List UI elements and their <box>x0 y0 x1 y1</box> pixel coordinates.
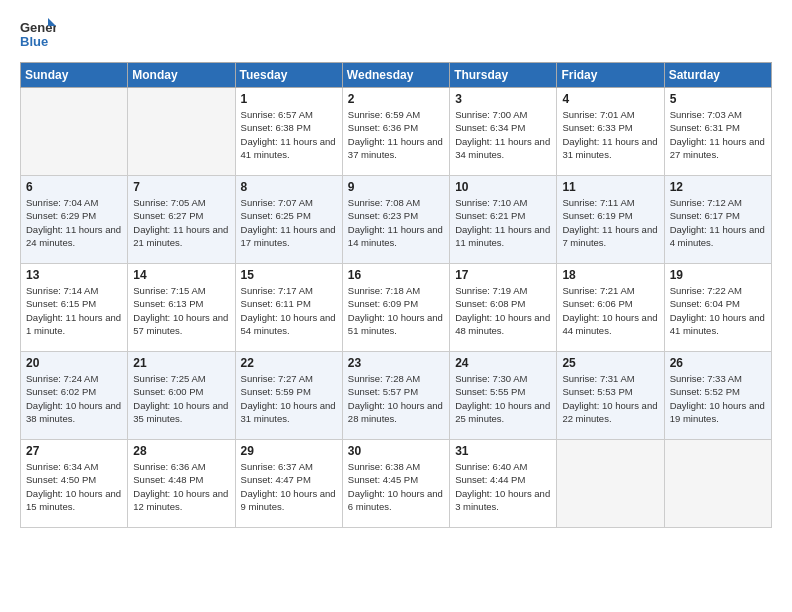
day-number: 8 <box>241 180 337 194</box>
day-number: 21 <box>133 356 229 370</box>
day-info: Sunrise: 7:03 AM Sunset: 6:31 PM Dayligh… <box>670 108 766 161</box>
day-info: Sunrise: 7:10 AM Sunset: 6:21 PM Dayligh… <box>455 196 551 249</box>
day-info: Sunrise: 7:27 AM Sunset: 5:59 PM Dayligh… <box>241 372 337 425</box>
calendar-cell: 23Sunrise: 7:28 AM Sunset: 5:57 PM Dayli… <box>342 352 449 440</box>
logo: General Blue <box>20 16 56 52</box>
calendar-cell: 19Sunrise: 7:22 AM Sunset: 6:04 PM Dayli… <box>664 264 771 352</box>
calendar-cell: 10Sunrise: 7:10 AM Sunset: 6:21 PM Dayli… <box>450 176 557 264</box>
day-number: 27 <box>26 444 122 458</box>
day-info: Sunrise: 6:59 AM Sunset: 6:36 PM Dayligh… <box>348 108 444 161</box>
calendar-cell <box>557 440 664 528</box>
day-number: 26 <box>670 356 766 370</box>
day-number: 6 <box>26 180 122 194</box>
calendar-cell: 1Sunrise: 6:57 AM Sunset: 6:38 PM Daylig… <box>235 88 342 176</box>
day-number: 18 <box>562 268 658 282</box>
calendar-cell: 27Sunrise: 6:34 AM Sunset: 4:50 PM Dayli… <box>21 440 128 528</box>
weekday-header-monday: Monday <box>128 63 235 88</box>
day-number: 31 <box>455 444 551 458</box>
day-info: Sunrise: 7:18 AM Sunset: 6:09 PM Dayligh… <box>348 284 444 337</box>
calendar-cell: 17Sunrise: 7:19 AM Sunset: 6:08 PM Dayli… <box>450 264 557 352</box>
calendar-cell: 11Sunrise: 7:11 AM Sunset: 6:19 PM Dayli… <box>557 176 664 264</box>
day-info: Sunrise: 6:37 AM Sunset: 4:47 PM Dayligh… <box>241 460 337 513</box>
calendar-cell: 18Sunrise: 7:21 AM Sunset: 6:06 PM Dayli… <box>557 264 664 352</box>
calendar-cell: 9Sunrise: 7:08 AM Sunset: 6:23 PM Daylig… <box>342 176 449 264</box>
day-info: Sunrise: 6:34 AM Sunset: 4:50 PM Dayligh… <box>26 460 122 513</box>
day-info: Sunrise: 7:19 AM Sunset: 6:08 PM Dayligh… <box>455 284 551 337</box>
day-info: Sunrise: 6:38 AM Sunset: 4:45 PM Dayligh… <box>348 460 444 513</box>
day-number: 25 <box>562 356 658 370</box>
calendar-cell: 4Sunrise: 7:01 AM Sunset: 6:33 PM Daylig… <box>557 88 664 176</box>
day-number: 9 <box>348 180 444 194</box>
svg-text:Blue: Blue <box>20 34 48 49</box>
day-info: Sunrise: 7:25 AM Sunset: 6:00 PM Dayligh… <box>133 372 229 425</box>
day-number: 2 <box>348 92 444 106</box>
day-number: 10 <box>455 180 551 194</box>
calendar-cell: 5Sunrise: 7:03 AM Sunset: 6:31 PM Daylig… <box>664 88 771 176</box>
calendar-cell: 3Sunrise: 7:00 AM Sunset: 6:34 PM Daylig… <box>450 88 557 176</box>
weekday-header-friday: Friday <box>557 63 664 88</box>
calendar-cell: 28Sunrise: 6:36 AM Sunset: 4:48 PM Dayli… <box>128 440 235 528</box>
calendar-cell: 14Sunrise: 7:15 AM Sunset: 6:13 PM Dayli… <box>128 264 235 352</box>
day-number: 12 <box>670 180 766 194</box>
weekday-header-wednesday: Wednesday <box>342 63 449 88</box>
day-number: 28 <box>133 444 229 458</box>
calendar-cell: 29Sunrise: 6:37 AM Sunset: 4:47 PM Dayli… <box>235 440 342 528</box>
calendar-cell: 13Sunrise: 7:14 AM Sunset: 6:15 PM Dayli… <box>21 264 128 352</box>
calendar-cell: 7Sunrise: 7:05 AM Sunset: 6:27 PM Daylig… <box>128 176 235 264</box>
day-info: Sunrise: 7:21 AM Sunset: 6:06 PM Dayligh… <box>562 284 658 337</box>
day-number: 14 <box>133 268 229 282</box>
day-info: Sunrise: 7:22 AM Sunset: 6:04 PM Dayligh… <box>670 284 766 337</box>
weekday-header-saturday: Saturday <box>664 63 771 88</box>
day-info: Sunrise: 7:05 AM Sunset: 6:27 PM Dayligh… <box>133 196 229 249</box>
calendar-cell: 31Sunrise: 6:40 AM Sunset: 4:44 PM Dayli… <box>450 440 557 528</box>
day-number: 19 <box>670 268 766 282</box>
day-number: 15 <box>241 268 337 282</box>
calendar-cell: 26Sunrise: 7:33 AM Sunset: 5:52 PM Dayli… <box>664 352 771 440</box>
calendar-cell: 30Sunrise: 6:38 AM Sunset: 4:45 PM Dayli… <box>342 440 449 528</box>
day-info: Sunrise: 7:24 AM Sunset: 6:02 PM Dayligh… <box>26 372 122 425</box>
calendar-cell: 21Sunrise: 7:25 AM Sunset: 6:00 PM Dayli… <box>128 352 235 440</box>
header: General Blue <box>20 16 772 52</box>
page: General Blue SundayMondayTuesdayWednesda… <box>0 0 792 612</box>
day-number: 1 <box>241 92 337 106</box>
day-info: Sunrise: 7:33 AM Sunset: 5:52 PM Dayligh… <box>670 372 766 425</box>
day-info: Sunrise: 6:40 AM Sunset: 4:44 PM Dayligh… <box>455 460 551 513</box>
day-number: 24 <box>455 356 551 370</box>
day-number: 11 <box>562 180 658 194</box>
day-info: Sunrise: 7:00 AM Sunset: 6:34 PM Dayligh… <box>455 108 551 161</box>
day-info: Sunrise: 6:36 AM Sunset: 4:48 PM Dayligh… <box>133 460 229 513</box>
day-info: Sunrise: 7:30 AM Sunset: 5:55 PM Dayligh… <box>455 372 551 425</box>
day-info: Sunrise: 7:17 AM Sunset: 6:11 PM Dayligh… <box>241 284 337 337</box>
generalblue-logo-icon: General Blue <box>20 16 56 52</box>
weekday-header-thursday: Thursday <box>450 63 557 88</box>
day-info: Sunrise: 7:08 AM Sunset: 6:23 PM Dayligh… <box>348 196 444 249</box>
day-info: Sunrise: 7:15 AM Sunset: 6:13 PM Dayligh… <box>133 284 229 337</box>
weekday-header-sunday: Sunday <box>21 63 128 88</box>
day-number: 22 <box>241 356 337 370</box>
day-info: Sunrise: 7:12 AM Sunset: 6:17 PM Dayligh… <box>670 196 766 249</box>
calendar-cell: 24Sunrise: 7:30 AM Sunset: 5:55 PM Dayli… <box>450 352 557 440</box>
day-info: Sunrise: 7:04 AM Sunset: 6:29 PM Dayligh… <box>26 196 122 249</box>
day-info: Sunrise: 7:11 AM Sunset: 6:19 PM Dayligh… <box>562 196 658 249</box>
day-info: Sunrise: 6:57 AM Sunset: 6:38 PM Dayligh… <box>241 108 337 161</box>
calendar-cell: 16Sunrise: 7:18 AM Sunset: 6:09 PM Dayli… <box>342 264 449 352</box>
calendar-cell <box>664 440 771 528</box>
day-number: 23 <box>348 356 444 370</box>
day-info: Sunrise: 7:28 AM Sunset: 5:57 PM Dayligh… <box>348 372 444 425</box>
calendar-cell <box>128 88 235 176</box>
calendar-cell: 6Sunrise: 7:04 AM Sunset: 6:29 PM Daylig… <box>21 176 128 264</box>
calendar-cell: 8Sunrise: 7:07 AM Sunset: 6:25 PM Daylig… <box>235 176 342 264</box>
day-info: Sunrise: 7:07 AM Sunset: 6:25 PM Dayligh… <box>241 196 337 249</box>
calendar-cell: 2Sunrise: 6:59 AM Sunset: 6:36 PM Daylig… <box>342 88 449 176</box>
calendar-cell: 22Sunrise: 7:27 AM Sunset: 5:59 PM Dayli… <box>235 352 342 440</box>
day-number: 3 <box>455 92 551 106</box>
day-info: Sunrise: 7:14 AM Sunset: 6:15 PM Dayligh… <box>26 284 122 337</box>
day-number: 29 <box>241 444 337 458</box>
calendar-cell <box>21 88 128 176</box>
day-info: Sunrise: 7:31 AM Sunset: 5:53 PM Dayligh… <box>562 372 658 425</box>
day-number: 7 <box>133 180 229 194</box>
calendar-cell: 25Sunrise: 7:31 AM Sunset: 5:53 PM Dayli… <box>557 352 664 440</box>
day-number: 13 <box>26 268 122 282</box>
calendar-cell: 20Sunrise: 7:24 AM Sunset: 6:02 PM Dayli… <box>21 352 128 440</box>
day-info: Sunrise: 7:01 AM Sunset: 6:33 PM Dayligh… <box>562 108 658 161</box>
